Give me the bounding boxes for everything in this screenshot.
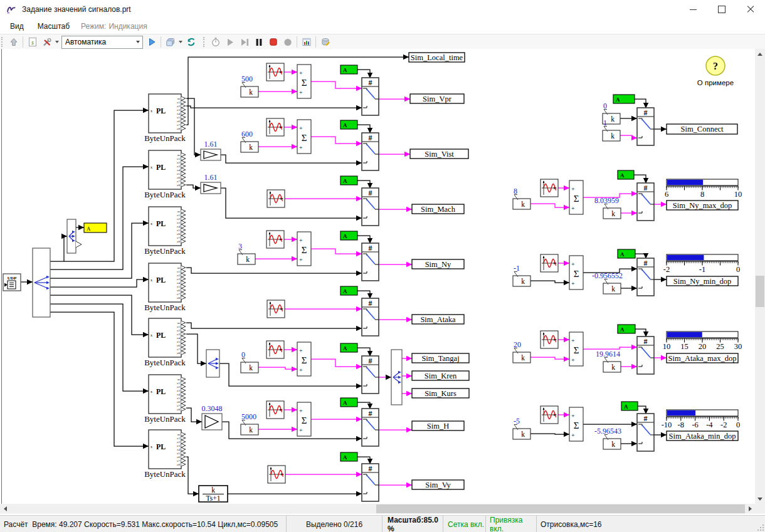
block-switch-1[interactable]: # xyxy=(362,78,379,115)
gauge-indicator-1[interactable]: 6810 xyxy=(665,179,742,199)
block-byteunpack-2[interactable]: xPLmc1c2c3c4c5c6c7c8ByteUnPack xyxy=(144,150,186,199)
block-constant-15[interactable]: k-5.96543 xyxy=(594,427,621,449)
block-gain-1[interactable]: 1.61 xyxy=(201,140,221,161)
signal-a-box-12[interactable]: A xyxy=(618,325,635,333)
block-demux-2[interactable] xyxy=(67,219,76,253)
signal-a-box-13[interactable]: A xyxy=(621,402,638,410)
block-sum-9[interactable]: ++Σ xyxy=(569,407,583,441)
menu-view[interactable]: Вид xyxy=(6,21,28,32)
block-byteunpack-6[interactable]: xPLmc1c2c3c4c5c6c7c8ByteUnPack xyxy=(144,375,186,424)
signal-a-box-1[interactable]: A xyxy=(340,65,357,74)
schematic-svg[interactable]: xPLmc1c2c3c4c5c6c7c8ByteUnPackxPLmc1c2c3… xyxy=(0,49,755,504)
status-grid-toggle[interactable]: Сетка вкл. xyxy=(443,516,486,532)
block-sum-3[interactable]: ++Σ xyxy=(297,232,311,266)
scroll-left-button[interactable] xyxy=(0,504,10,514)
stop-button[interactable] xyxy=(266,36,280,49)
block-constant-4[interactable]: k0 xyxy=(241,350,258,373)
menu-scale[interactable]: Масштаб xyxy=(34,21,73,32)
block-demux-3[interactable] xyxy=(206,350,219,377)
signal-a-box-8[interactable]: A xyxy=(340,452,357,461)
block-sum-7[interactable]: ++Σ xyxy=(569,256,583,289)
signal-label-sim_local_time[interactable]: Sim_Local_time xyxy=(409,53,465,62)
block-udp-source[interactable]: UDP xyxy=(3,274,21,291)
block-constant-1[interactable]: k500 xyxy=(241,75,258,97)
layers-dropdown-arrow[interactable] xyxy=(179,41,182,43)
block-byteunpack-3[interactable]: xPLmc1c2c3c4c5c6c7c8ByteUnPack xyxy=(144,207,186,256)
signal-a-box-9[interactable]: A xyxy=(613,95,635,103)
block-byteunpack-7[interactable]: xPLmc1c2c3c4c5c6c7c8ByteUnPack xyxy=(144,430,186,479)
block-byteunpack-5[interactable]: xPLmc1c2c3c4c5c6c7c8ByteUnPack xyxy=(144,318,186,367)
gauge-indicator-4[interactable]: -10-8-6-4-20 xyxy=(662,410,740,429)
resize-grip[interactable] xyxy=(757,524,764,531)
block-constant-9[interactable]: k-1 xyxy=(513,264,530,286)
block-sum-4[interactable]: ++Σ xyxy=(297,342,311,376)
minimize-button[interactable] xyxy=(678,0,707,19)
block-switch-6[interactable]: # xyxy=(362,356,379,394)
gauge-indicator-2[interactable]: -2-10 xyxy=(663,254,740,274)
block-sine-generator-2[interactable] xyxy=(266,118,284,136)
signal-label-sim_ataka_min_dop[interactable]: Sim_Ataka_min_dop xyxy=(667,431,738,441)
signal-label-sim_vist[interactable]: Sim_Vist xyxy=(410,149,468,159)
block-switch-2[interactable]: # xyxy=(362,133,379,170)
block-constant-8[interactable]: k8 xyxy=(513,187,530,209)
block-sine-generator-4[interactable] xyxy=(266,231,284,248)
block-sine-generator-11[interactable] xyxy=(541,331,558,348)
block-sine-generator-10[interactable] xyxy=(541,254,558,272)
refresh-button[interactable] xyxy=(184,36,198,49)
block-transfer-function[interactable]: kTs+1 xyxy=(199,486,228,502)
status-snap-toggle[interactable]: Привязка вкл. xyxy=(486,516,537,532)
signal-a-box-3[interactable]: A xyxy=(340,176,357,185)
pause-button[interactable] xyxy=(251,36,266,49)
block-sine-generator-12[interactable] xyxy=(541,406,558,424)
block-constant-2[interactable]: k600 xyxy=(241,130,258,152)
block-sine-generator-3[interactable] xyxy=(267,190,285,207)
signal-label-sim_vy[interactable]: Sim_Vy xyxy=(412,480,464,489)
block-switch-12[interactable]: # xyxy=(637,336,654,374)
signal-label-sim_mach[interactable]: Sim_Mach xyxy=(412,204,464,214)
close-button[interactable] xyxy=(736,0,765,19)
block-demux-1[interactable] xyxy=(33,248,50,317)
block-sum-5[interactable]: ++Σ xyxy=(297,402,311,436)
signal-a-box-6[interactable]: A xyxy=(340,343,357,352)
block-sine-generator-9[interactable] xyxy=(541,179,558,197)
block-gain-3[interactable]: 0.3048 xyxy=(202,404,223,430)
run-script-button[interactable] xyxy=(144,36,159,49)
toolbar-drag-handle[interactable] xyxy=(1,37,4,47)
signal-label-sim_connect[interactable]: Sim_Connect xyxy=(667,124,737,134)
schematic-canvas[interactable]: xPLmc1c2c3c4c5c6c7c8ByteUnPackxPLmc1c2c3… xyxy=(0,49,765,514)
signal-label-sim_h[interactable]: Sim_H xyxy=(412,421,464,430)
block-switch-5[interactable]: # xyxy=(362,298,379,336)
block-sum-1[interactable]: ++Σ xyxy=(297,65,311,98)
signal-a-box-2[interactable]: A xyxy=(340,120,357,129)
block-constant-13[interactable]: k-0.956552 xyxy=(592,271,623,294)
record-button[interactable] xyxy=(280,36,295,49)
signal-label-sim_ataka_max_dop[interactable]: Sim_Ataka_max_dop xyxy=(667,353,738,363)
block-sine-generator-5[interactable] xyxy=(267,300,285,318)
layers-button[interactable] xyxy=(163,36,177,49)
block-switch-7[interactable]: # xyxy=(362,409,379,446)
block-constant-11[interactable]: k-5 xyxy=(513,417,530,439)
block-switch-11[interactable]: # xyxy=(637,258,654,296)
toolbar-drag-handle-2[interactable] xyxy=(203,37,206,47)
mode-combobox[interactable]: Автоматика xyxy=(61,36,143,49)
block-sine-generator-1[interactable] xyxy=(266,63,284,81)
step-button[interactable] xyxy=(237,36,251,49)
block-constant-10[interactable]: k20 xyxy=(513,340,530,363)
status-scale[interactable]: Масштаб:85.0 % xyxy=(382,516,443,532)
signal-label-sim_ny_min_dop[interactable]: Sim_Ny_min_dop xyxy=(667,276,738,286)
script-editor-button[interactable]: s xyxy=(25,36,40,49)
signal-a-box-4[interactable]: A xyxy=(340,231,357,240)
block-switch-3[interactable]: # xyxy=(362,188,379,226)
block-switch-10[interactable]: # xyxy=(637,183,654,221)
block-gain-2[interactable]: 1.61 xyxy=(201,173,221,194)
block-sine-generator-8[interactable] xyxy=(268,466,285,483)
signal-label-sim_kurs[interactable]: Sim_Kurs xyxy=(412,389,469,398)
block-switch-4[interactable]: # xyxy=(362,243,379,281)
signal-a-box-11[interactable]: A xyxy=(618,249,635,258)
tools-dropdown-arrow[interactable] xyxy=(55,41,59,43)
signal-label-sim_tangaj[interactable]: Sim_Tangaj xyxy=(412,353,469,363)
play-button[interactable] xyxy=(223,36,237,49)
signal-label-sim_ataka[interactable]: Sim_Ataka xyxy=(412,315,464,324)
block-constant-12[interactable]: k8.03959 xyxy=(594,196,621,219)
block-switch-13[interactable]: # xyxy=(637,414,654,451)
